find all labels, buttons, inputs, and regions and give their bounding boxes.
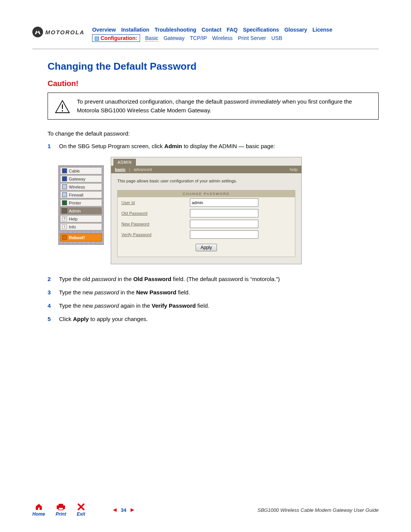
- sidebar-item-info[interactable]: iInfo: [60, 223, 102, 230]
- intro-text: To change the default password:: [48, 130, 379, 137]
- caution-box: To prevent unauthorized configuration, c…: [48, 93, 379, 120]
- step-5: 5 Click Apply to apply your changes.: [48, 315, 379, 323]
- nav-faq[interactable]: FAQ: [227, 27, 238, 33]
- apply-button[interactable]: Apply: [196, 244, 217, 251]
- subnav-tcpip[interactable]: TCP/IP: [190, 35, 207, 41]
- sidebar-item-cable[interactable]: Cable: [60, 167, 102, 174]
- svg-rect-3: [59, 504, 63, 506]
- sidebar-item-firewall[interactable]: Firewall: [60, 191, 102, 198]
- step-3: 3 Type the new password in the New Passw…: [48, 288, 379, 296]
- nav-overview[interactable]: Overview: [92, 27, 116, 33]
- admin-tab[interactable]: ADMIN: [113, 159, 136, 166]
- configuration-label: Configuration:: [92, 34, 140, 42]
- footer-exit-button[interactable]: Exit: [77, 503, 85, 517]
- motorola-batwing-icon: [32, 27, 43, 37]
- step-4: 4 Type the new password again in the Ver…: [48, 302, 379, 310]
- sidebar-item-printer[interactable]: Printer: [60, 199, 102, 206]
- input-verify-password[interactable]: [190, 230, 258, 239]
- admin-sidebar: Cable Gateway Wireless Firewall Printer …: [58, 165, 104, 245]
- subnav-gateway[interactable]: Gateway: [164, 35, 185, 41]
- svg-point-1: [62, 110, 63, 112]
- label-new-password[interactable]: New Password: [121, 222, 190, 226]
- secondary-nav: Configuration: Basic Gateway TCP/IP Wire…: [92, 34, 379, 42]
- caution-heading: Caution!: [48, 79, 379, 88]
- admin-main-panel: ADMIN basic | advanced help This page al…: [111, 157, 302, 264]
- next-page-button[interactable]: ►: [129, 506, 135, 513]
- exit-icon: [77, 503, 85, 511]
- label-user-id[interactable]: User Id: [121, 200, 190, 205]
- footer-home-button[interactable]: Home: [32, 503, 45, 517]
- subnav-basic[interactable]: Basic: [145, 35, 158, 42]
- subtab-help[interactable]: help: [290, 167, 298, 172]
- brand-name: MOTOROLA: [45, 29, 84, 35]
- page-footer: Home Print Exit ◄ 34 ► SBG1000 Wireless …: [32, 503, 379, 517]
- input-new-password[interactable]: [190, 220, 258, 228]
- subnav-usb[interactable]: USB: [271, 35, 282, 41]
- subtab-advanced[interactable]: advanced: [134, 167, 152, 172]
- label-verify-password[interactable]: Verify Password: [121, 232, 190, 237]
- nav-contact[interactable]: Contact: [202, 27, 221, 33]
- page-header: MOTOROLA Overview Installation Troublesh…: [32, 27, 379, 42]
- sidebar-item-wireless[interactable]: Wireless: [60, 183, 102, 190]
- brand-logo: MOTOROLA: [32, 27, 84, 37]
- step-1: 1 On the SBG Setup Program screen, click…: [48, 142, 379, 150]
- admin-screenshot: Cable Gateway Wireless Firewall Printer …: [58, 157, 379, 264]
- footer-print-button[interactable]: Print: [56, 503, 66, 517]
- form-heading: CHANGE PASSWORD: [118, 190, 295, 197]
- admin-description: This page allows basic user configuratio…: [111, 173, 301, 190]
- primary-nav: Overview Installation Troubleshooting Co…: [92, 27, 379, 33]
- nav-license[interactable]: License: [312, 27, 332, 33]
- input-user-id[interactable]: [190, 198, 258, 207]
- document-title: SBG1000 Wireless Cable Modem Gateway Use…: [257, 507, 379, 513]
- sidebar-item-reboot[interactable]: Reboot!: [60, 233, 102, 241]
- nav-installation[interactable]: Installation: [121, 27, 149, 33]
- page-navigation: ◄ 34 ►: [112, 506, 135, 513]
- svg-rect-4: [59, 508, 63, 510]
- page-title: Changing the Default Password: [48, 61, 379, 72]
- warning-icon: [55, 100, 70, 115]
- home-icon: [35, 503, 43, 511]
- prev-page-button[interactable]: ◄: [112, 506, 118, 513]
- nav-specifications[interactable]: Specifications: [243, 27, 279, 33]
- step-number: 1: [48, 142, 59, 150]
- sidebar-item-gateway[interactable]: Gateway: [60, 175, 102, 182]
- sidebar-item-admin[interactable]: Admin: [60, 207, 102, 214]
- nav-glossary[interactable]: Glossary: [284, 27, 307, 33]
- change-password-form: CHANGE PASSWORD User Id Old Password New…: [117, 190, 295, 257]
- print-icon: [56, 503, 66, 511]
- step-number: 2: [48, 275, 59, 283]
- header-divider: [32, 49, 379, 49]
- caution-text: To prevent unauthorized configuration, c…: [77, 97, 371, 115]
- admin-subtab-bar: basic | advanced help: [111, 166, 301, 173]
- subnav-print-server[interactable]: Print Server: [238, 35, 266, 41]
- input-old-password[interactable]: [190, 209, 258, 217]
- sidebar-item-help[interactable]: ?Help: [60, 215, 102, 222]
- subtab-basic[interactable]: basic: [115, 167, 126, 172]
- page-number: 34: [121, 507, 126, 513]
- label-old-password[interactable]: Old Password: [121, 211, 190, 216]
- step-number: 4: [48, 302, 59, 310]
- step-number: 3: [48, 288, 59, 296]
- nav-troubleshooting[interactable]: Troubleshooting: [155, 27, 196, 33]
- subnav-wireless[interactable]: Wireless: [212, 35, 233, 41]
- step-number: 5: [48, 315, 59, 323]
- step-2: 2 Type the old password in the Old Passw…: [48, 275, 379, 283]
